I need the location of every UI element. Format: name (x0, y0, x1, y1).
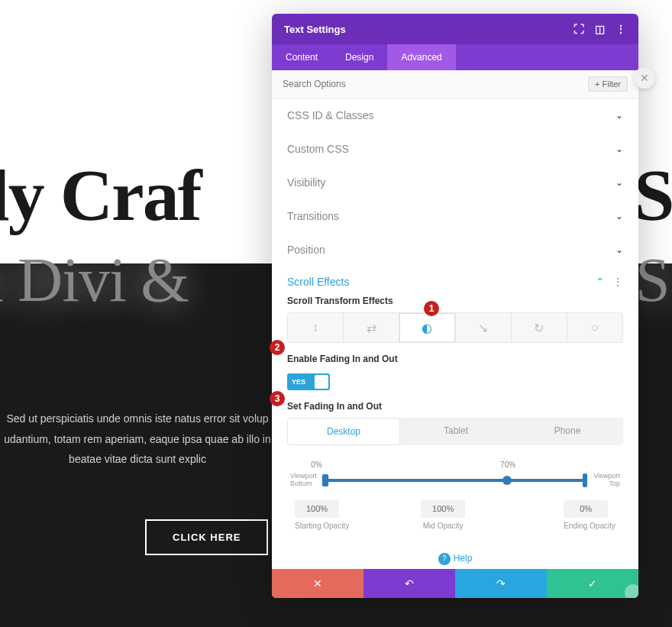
panel-tabs: Content Design Advanced (272, 44, 638, 70)
chevron-down-icon: ⌄ (615, 244, 623, 255)
help-icon: ? (438, 553, 451, 565)
cancel-button[interactable]: ✕ (272, 569, 363, 598)
annotation-1: 1 (424, 301, 439, 316)
close-icon: ✕ (313, 577, 322, 590)
device-tab-tablet[interactable]: Tablet (400, 418, 512, 445)
section-position[interactable]: Position⌄ (272, 233, 638, 267)
chevron-down-icon: ⌄ (615, 211, 623, 221)
toggle-knob (315, 375, 328, 389)
section-scroll-effects[interactable]: Scroll Effects ⌃⋮ (272, 267, 638, 292)
effect-tabs: ↕ ⇄ ◐ ↘ ↻ ○ (287, 312, 623, 343)
effect-horizontal-icon[interactable]: ⇄ (344, 313, 399, 342)
panel-title: Text Settings (284, 24, 346, 35)
section-label: Position (287, 244, 325, 256)
effect-fade-icon[interactable]: ◐ (399, 313, 455, 342)
panel-close-button[interactable]: ✕ (634, 67, 655, 89)
section-label: Scroll Effects (287, 276, 349, 288)
redo-icon: ↷ (496, 577, 506, 590)
toggle-label: YES (287, 378, 305, 386)
slider-track[interactable] (325, 479, 585, 482)
annotation-2: 2 (270, 340, 285, 355)
section-label: Custom CSS (287, 143, 349, 155)
opacity-label: Ending Opacity (564, 522, 615, 530)
opacity-value[interactable]: 100% (295, 500, 339, 518)
effect-scale-icon[interactable]: ↘ (456, 313, 512, 342)
expand-icon[interactable]: ⛶ (573, 23, 584, 35)
panel-header: Text Settings ⛶ ◫ ⋮ Content Design Advan… (272, 14, 638, 70)
search-row: + Filter (272, 70, 638, 99)
slider-pct-start: 0% (311, 461, 321, 469)
search-input[interactable] (283, 79, 588, 89)
section-custom-css[interactable]: Custom CSS⌄ (272, 132, 638, 166)
click-here-button[interactable]: CLICK HERE (145, 519, 268, 555)
opacity-value[interactable]: 100% (421, 500, 465, 518)
hero-body-text: Sed ut perspiciatis unde omnis iste natu… (0, 409, 275, 470)
section-label: CSS ID & Classes (287, 109, 374, 121)
section-label: Visibility (287, 176, 325, 189)
opacity-label: Starting Opacity (295, 522, 349, 530)
more-icon[interactable]: ⋮ (615, 23, 626, 35)
help-label: Help (454, 553, 473, 564)
enable-fading-toggle[interactable]: YES (287, 373, 330, 390)
effect-vertical-icon[interactable]: ↕ (288, 313, 344, 342)
mid-opacity: 100% Mid Opacity (421, 500, 465, 532)
opacity-value[interactable]: 0% (564, 500, 608, 518)
layout-icon[interactable]: ◫ (595, 23, 605, 35)
hero-title: ully Craf (0, 153, 201, 238)
opacity-label: Mid Opacity (423, 522, 464, 530)
help-link[interactable]: ?Help (272, 545, 638, 569)
slider-pct-mid: 70% (500, 461, 515, 469)
section-visibility[interactable]: Visibility⌄ (272, 166, 638, 199)
device-tab-phone[interactable]: Phone (512, 418, 623, 445)
device-tabs: Desktop Tablet Phone (287, 418, 623, 445)
section-label: Transitions (287, 210, 339, 222)
slider-handle-start[interactable] (322, 474, 328, 486)
redo-button[interactable]: ↷ (455, 569, 547, 598)
hero-title-tail: S (634, 153, 672, 238)
undo-button[interactable]: ↶ (363, 569, 455, 598)
more-icon[interactable]: ⋮ (612, 276, 623, 288)
slider-handle-end[interactable] (583, 473, 587, 487)
ending-opacity: 0% Ending Opacity (564, 500, 615, 532)
annotation-3: 3 (270, 391, 285, 406)
chevron-down-icon: ⌄ (615, 110, 623, 121)
filter-button[interactable]: + Filter (588, 76, 628, 92)
save-button[interactable]: ✓ (547, 569, 638, 598)
tab-advanced[interactable]: Advanced (387, 44, 455, 70)
chevron-down-icon: ⌄ (615, 144, 623, 154)
settings-panel: Text Settings ⛶ ◫ ⋮ Content Design Advan… (272, 14, 638, 598)
scroll-transform-label: Scroll Transform Effects (272, 292, 638, 312)
close-icon: ✕ (640, 72, 649, 84)
section-css-id[interactable]: CSS ID & Classes⌄ (272, 99, 638, 132)
device-tab-desktop[interactable]: Desktop (287, 418, 400, 445)
starting-opacity: 100% Starting Opacity (295, 500, 349, 532)
chevron-up-icon: ⌃ (596, 276, 605, 288)
set-fading-label: Set Fading In and Out (272, 398, 638, 418)
section-transitions[interactable]: Transitions⌄ (272, 199, 638, 233)
panel-footer: ✕ ↶ ↷ ✓ (272, 569, 638, 598)
undo-icon: ↶ (405, 577, 414, 590)
tab-design[interactable]: Design (331, 44, 387, 70)
slider-handle-mid[interactable] (502, 476, 512, 485)
tab-content[interactable]: Content (272, 44, 331, 70)
effect-rotate-icon[interactable]: ↻ (512, 313, 567, 342)
viewport-bottom-label: Viewport Bottom (290, 473, 321, 488)
chevron-down-icon: ⌄ (615, 177, 623, 188)
panel-body: CSS ID & Classes⌄ Custom CSS⌄ Visibility… (272, 99, 638, 569)
hero-subtitle: vith Divi & (0, 244, 189, 316)
effect-blur-icon[interactable]: ○ (567, 313, 622, 342)
viewport-top-label: Viewport Top (590, 473, 620, 488)
hero-subtitle-tail: S (635, 244, 670, 316)
check-icon: ✓ (588, 577, 597, 590)
fade-slider: 0% 70% Viewport Bottom Viewport Top 100%… (272, 456, 638, 545)
enable-fading-label: Enable Fading In and Out (272, 351, 638, 370)
